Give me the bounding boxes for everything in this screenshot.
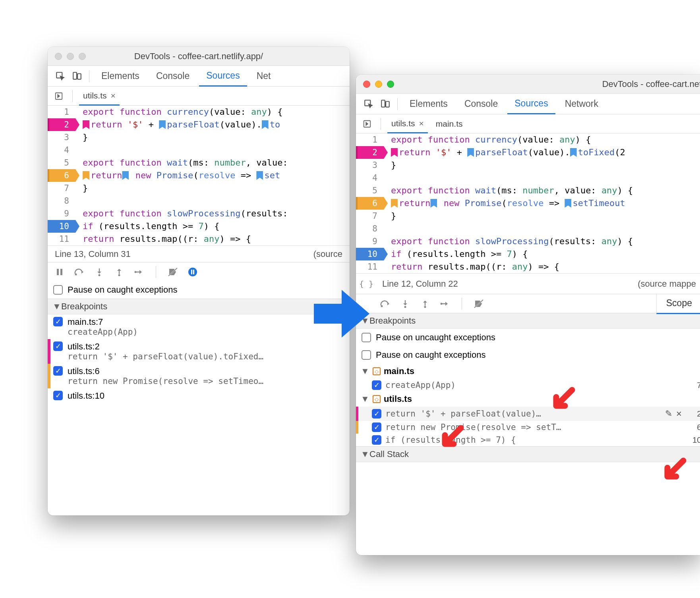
breakpoint-item[interactable]: ✓ return new Promise(resolve => setT… 6: [356, 421, 700, 434]
breakpoint-item[interactable]: ✓ if (results.length >= 7) { 10: [356, 434, 700, 446]
remove-icon[interactable]: ×: [676, 408, 682, 419]
minimize-dot[interactable]: [375, 81, 382, 88]
svg-rect-1: [73, 72, 77, 79]
file-tab-label: utils.ts: [83, 91, 107, 100]
checkbox-icon[interactable]: ✓: [372, 409, 381, 419]
callstack-header[interactable]: ▼ Call Stack: [356, 446, 700, 462]
step-over-icon[interactable]: [380, 298, 391, 309]
triangle-down-icon: ▼: [361, 449, 366, 459]
checkbox-icon[interactable]: ✓: [53, 366, 63, 376]
file-icon: ◇: [373, 367, 381, 375]
close-icon[interactable]: ×: [111, 91, 116, 100]
tab-elements[interactable]: Elements: [402, 94, 455, 114]
tab-scope[interactable]: Scope: [656, 293, 700, 314]
window-title: DevTools - coffee-cart.net: [602, 79, 700, 89]
breakpoint-item[interactable]: ✓ main.ts:7 createApp(App): [48, 314, 350, 339]
inspect-icon[interactable]: [362, 97, 376, 111]
minimize-dot[interactable]: [67, 53, 74, 60]
line-number: 10: [686, 435, 700, 445]
checkbox-icon[interactable]: [362, 350, 371, 360]
bp-code: createApp(App): [68, 327, 344, 337]
debugger-controls: [48, 262, 350, 281]
tab-elements[interactable]: Elements: [94, 66, 147, 86]
divider: [72, 90, 73, 102]
svg-point-19: [381, 305, 383, 307]
main-toolbar: Elements Console Sources Net: [48, 66, 350, 87]
svg-point-8: [118, 274, 120, 276]
checkbox-icon[interactable]: ✓: [372, 422, 381, 432]
checkbox-icon[interactable]: [53, 285, 63, 295]
svg-rect-13: [191, 270, 192, 274]
breakpoints-header[interactable]: ▼ Breakpoints: [48, 299, 350, 314]
divider: [381, 118, 381, 130]
traffic-lights: [363, 81, 394, 88]
triangle-down-icon: ▼: [52, 301, 58, 312]
navigator-icon[interactable]: [52, 89, 66, 103]
file-tab-label: main.ts: [436, 119, 463, 129]
bp-code: return new Promise(resolve => setTimeo…: [68, 376, 344, 386]
svg-rect-17: [386, 101, 389, 107]
step-into-icon[interactable]: [400, 298, 411, 309]
checkbox-icon[interactable]: ✓: [53, 391, 63, 400]
pause-exceptions-icon[interactable]: [187, 266, 198, 278]
breakpoint-item[interactable]: ✓ utils.ts:2 return '$' + parseFloat(val…: [48, 339, 350, 364]
code-editor[interactable]: 1export function currency(value: any) { …: [356, 133, 700, 273]
zoom-dot[interactable]: [387, 81, 394, 88]
file-name: utils.ts: [384, 394, 412, 404]
tab-sources[interactable]: Sources: [507, 94, 555, 114]
source-mapped: (source: [313, 249, 342, 259]
deactivate-bp-icon[interactable]: [167, 266, 178, 278]
svg-point-21: [424, 306, 426, 308]
divider: [89, 70, 89, 82]
file-tab-utils[interactable]: utils.ts ×: [79, 87, 120, 106]
checkbox-icon[interactable]: ✓: [53, 317, 63, 326]
devtools-window-right: DevTools - coffee-cart.net Elements Cons…: [356, 75, 700, 555]
breakpoints-header[interactable]: ▼ Breakpoints: [356, 313, 700, 329]
titlebar: DevTools - coffee-cart.net: [356, 75, 700, 94]
edit-icon[interactable]: ✎: [665, 409, 672, 419]
close-dot[interactable]: [55, 53, 62, 60]
step-icon[interactable]: [133, 266, 145, 278]
navigator-icon[interactable]: [360, 117, 374, 131]
tab-console[interactable]: Console: [149, 66, 197, 86]
file-tab-main[interactable]: main.ts: [432, 114, 467, 133]
step-out-icon[interactable]: [114, 266, 125, 278]
step-out-icon[interactable]: [420, 298, 431, 309]
pause-uncaught-row[interactable]: Pause on uncaught exceptions: [356, 329, 700, 346]
tab-console[interactable]: Console: [457, 94, 505, 114]
breakpoint-item[interactable]: ✓ utils.ts:10: [48, 388, 350, 403]
pause-caught-row[interactable]: Pause on caught exceptions: [48, 281, 350, 299]
step-over-icon[interactable]: [74, 266, 85, 278]
pause-icon[interactable]: [54, 266, 65, 278]
tab-network[interactable]: Network: [558, 94, 605, 114]
checkbox-icon[interactable]: ✓: [372, 380, 381, 390]
deactivate-bp-icon[interactable]: [473, 298, 484, 309]
file-tab-utils[interactable]: utils.ts ×: [387, 115, 428, 133]
step-into-icon[interactable]: [94, 266, 105, 278]
inspect-icon[interactable]: [53, 69, 68, 83]
device-icon[interactable]: [70, 69, 84, 83]
checkbox-icon[interactable]: ✓: [53, 341, 63, 351]
pause-caught-label: Pause on caught exceptions: [376, 350, 485, 360]
close-dot[interactable]: [363, 81, 370, 88]
checkbox-icon[interactable]: ✓: [372, 435, 381, 445]
bp-title: utils.ts:2: [68, 341, 344, 352]
step-icon[interactable]: [439, 298, 451, 309]
code-editor[interactable]: 1export function currency(value: any) { …: [48, 106, 350, 245]
devtools-window-left: DevTools - coffee-cart.netlify.app/ Elem…: [48, 47, 350, 515]
zoom-dot[interactable]: [79, 53, 86, 60]
breakpoint-item[interactable]: ✓ utils.ts:6 return new Promise(resolve …: [48, 364, 350, 388]
pause-caught-row[interactable]: Pause on caught exceptions: [356, 346, 700, 364]
divider: [397, 98, 398, 110]
bp-group-main[interactable]: ▼ ◇ main.ts: [356, 364, 700, 379]
close-icon[interactable]: ×: [419, 119, 424, 128]
tab-network[interactable]: Net: [249, 66, 278, 86]
bp-group-utils[interactable]: ▼ ◇ utils.ts: [356, 392, 700, 407]
divider: [156, 266, 156, 278]
breakpoint-item[interactable]: ✓ createApp(App) 7: [356, 379, 700, 392]
red-arrow-icon: [548, 386, 576, 414]
tab-sources[interactable]: Sources: [199, 66, 247, 87]
breakpoint-item[interactable]: ✓ return '$' + parseFloat(value)… ✎ × 2: [356, 407, 700, 421]
pause-caught-label: Pause on caught exceptions: [68, 285, 177, 295]
device-icon[interactable]: [378, 97, 393, 111]
